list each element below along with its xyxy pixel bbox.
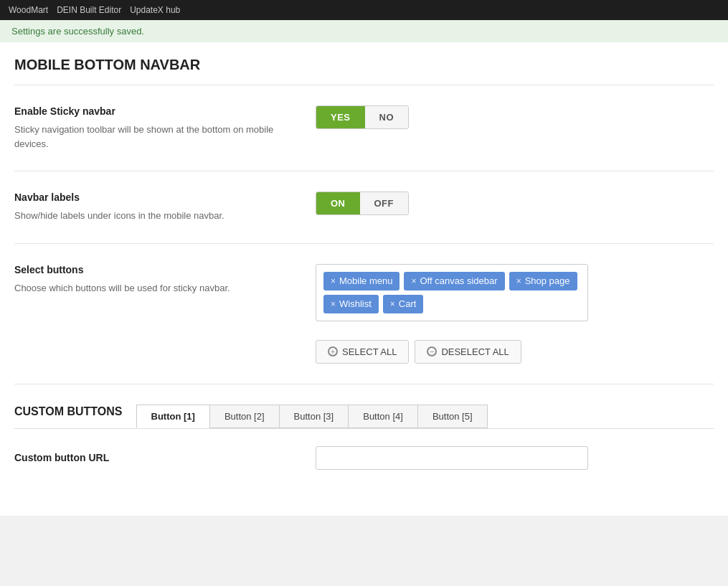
sticky-navbar-yes-button[interactable]: YES [316,106,365,128]
select-buttons-section: Select buttons Choose which buttons will… [14,244,714,333]
custom-url-label: Custom button URL [14,446,287,463]
sticky-navbar-control: YES NO [316,105,714,129]
top-bar: WoodMart DEIN Built Editor UpdateX hub [0,0,728,20]
navbar-labels-control: ON OFF [316,192,714,215]
custom-url-input[interactable] [316,446,588,470]
sticky-navbar-toggle: YES NO [316,105,409,129]
tag-wishlist[interactable]: × Wishlist [323,295,379,313]
tab-button-2[interactable]: Button [2] [209,405,280,428]
select-buttons-label-area: Select buttons Choose which buttons will… [14,264,287,296]
tag-shop-page[interactable]: × Shop page [509,272,577,290]
sticky-navbar-section: Enable Sticky navbar Sticky navigation t… [14,85,714,171]
sticky-navbar-no-button[interactable]: NO [365,106,409,128]
tag-cart-remove[interactable]: × [390,299,395,309]
select-all-label: SELECT ALL [342,346,397,357]
select-all-icon: + [328,346,338,356]
deselect-all-button[interactable]: − DESELECT ALL [415,340,521,364]
tag-off-canvas[interactable]: × Off canvas sidebar [404,272,504,290]
sticky-navbar-label-area: Enable Sticky navbar Sticky navigation t… [14,105,287,151]
select-buttons-description: Choose which buttons will be used for st… [14,281,287,296]
tab-button-3[interactable]: Button [3] [279,405,349,428]
navbar-labels-toggle: ON OFF [316,192,409,215]
tag-off-canvas-label: Off canvas sidebar [420,275,497,286]
tag-mobile-menu[interactable]: × Mobile menu [323,272,400,290]
tags-container: × Mobile menu × Off canvas sidebar × Sho… [316,264,588,321]
select-buttons-heading: Select buttons [14,264,287,275]
tag-off-canvas-remove[interactable]: × [411,276,416,286]
tag-shop-page-remove[interactable]: × [516,276,521,286]
tab-button-5[interactable]: Button [5] [417,405,488,428]
custom-url-section: Custom button URL [14,429,714,487]
custom-buttons-tabs: Button [1] Button [2] Button [3] Button … [137,405,488,428]
navbar-labels-heading: Navbar labels [14,192,287,203]
tag-wishlist-remove[interactable]: × [331,299,336,309]
navbar-labels-on-button[interactable]: ON [316,192,360,214]
custom-buttons-title: CUSTOM BUTTONS [14,405,137,427]
custom-buttons-header: CUSTOM BUTTONS Button [1] Button [2] But… [14,405,714,429]
sticky-navbar-description: Sticky navigation toolbar will be shown … [14,123,287,151]
tag-mobile-menu-label: Mobile menu [339,275,392,286]
tab-button-1[interactable]: Button [1] [136,405,210,428]
bulk-buttons-row: + SELECT ALL − DESELECT ALL [14,340,714,384]
success-banner: Settings are successfully saved. [0,20,728,42]
topbar-woodmart[interactable]: WoodMart [9,5,48,15]
topbar-built-editor[interactable]: DEIN Built Editor [57,5,121,15]
select-buttons-control: × Mobile menu × Off canvas sidebar × Sho… [316,264,714,321]
sticky-navbar-heading: Enable Sticky navbar [14,105,287,117]
navbar-labels-label-area: Navbar labels Show/hide labels under ico… [14,192,287,223]
deselect-all-label: DESELECT ALL [441,346,509,357]
tag-cart-label: Cart [399,298,417,309]
navbar-labels-description: Show/hide labels under icons in the mobi… [14,209,287,223]
tag-wishlist-label: Wishlist [339,298,372,309]
navbar-labels-off-button[interactable]: OFF [360,192,409,214]
select-all-button[interactable]: + SELECT ALL [316,340,409,364]
topbar-updatex[interactable]: UpdateX hub [130,5,180,15]
tag-mobile-menu-remove[interactable]: × [331,276,336,286]
deselect-all-icon: − [427,346,437,356]
navbar-labels-section: Navbar labels Show/hide labels under ico… [14,171,714,244]
page-content: MOBILE BOTTOM NAVBAR Enable Sticky navba… [0,42,728,516]
page-title: MOBILE BOTTOM NAVBAR [14,42,714,85]
tab-button-4[interactable]: Button [4] [348,405,418,428]
tag-cart[interactable]: × Cart [383,295,424,313]
success-message: Settings are successfully saved. [11,26,144,37]
tag-shop-page-label: Shop page [525,275,570,286]
